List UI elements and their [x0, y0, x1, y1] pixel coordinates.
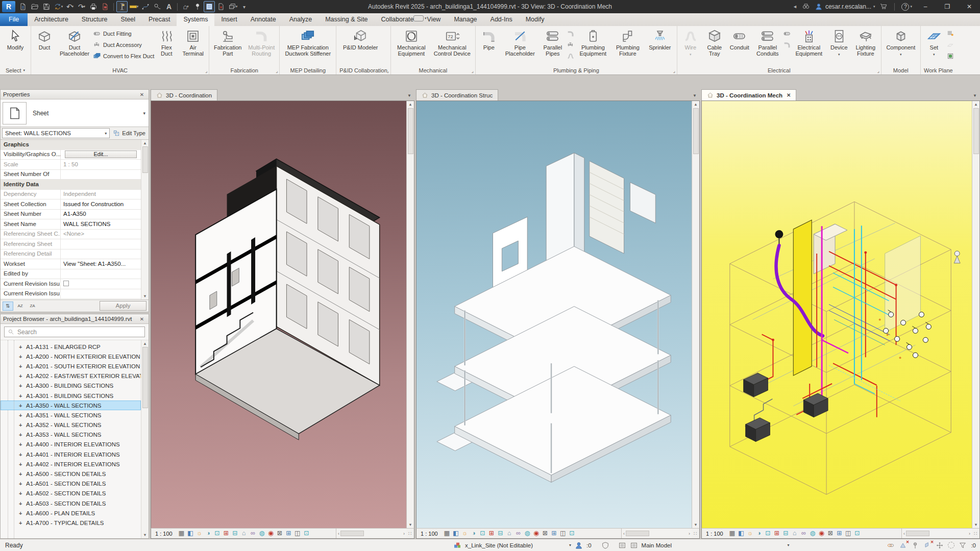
scroll-thumb[interactable] [408, 108, 413, 154]
ribbon-tab[interactable]: Analyze [283, 13, 318, 26]
expand-icon[interactable]: + [19, 500, 26, 507]
vertical-scrollbar[interactable]: ▲▼ [406, 101, 414, 528]
active-design-option-icon[interactable] [618, 541, 626, 549]
edit-type-button[interactable]: Edit Type [111, 128, 147, 138]
expand-icon[interactable]: + [19, 510, 26, 516]
worksharing-display-icon[interactable]: ◉ [266, 529, 276, 538]
sort-descending-button[interactable]: ZA [27, 302, 38, 311]
expand-icon[interactable]: + [19, 481, 26, 487]
tree-item[interactable]: + A1-A200 - NORTH EXTERIOR ELEVATION [1, 352, 141, 361]
view-canvas-coordination-mech[interactable]: ▲▼ [701, 101, 980, 528]
scale-button[interactable]: 1 : 100 [702, 531, 728, 537]
hide-crop-region-icon[interactable]: ⊟ [781, 529, 791, 538]
minimize-button[interactable]: – [917, 1, 934, 13]
close-hidden-windows-button[interactable] [215, 1, 227, 12]
panel-work-plane-footer[interactable]: Work Plane [921, 66, 956, 74]
property-row[interactable]: Referencing Sheet▴ [1, 239, 141, 249]
property-row[interactable]: Sheet Name▴ WALL SECTIONSWALL SECTIONS [1, 219, 141, 230]
hide-crop-region-icon[interactable]: ⊟ [496, 529, 505, 538]
shadows-icon[interactable]: ◑ [469, 529, 478, 538]
panel-mep-detailing-footer[interactable]: MEP Detailing [280, 66, 336, 74]
analytical-model-icon[interactable]: ◫ [293, 529, 302, 538]
panel-plumbing-footer[interactable]: Plumbing & Piping⌟ [476, 66, 677, 74]
design-options-icon[interactable] [601, 541, 609, 549]
visual-style-icon[interactable]: ◧ [737, 529, 746, 538]
edit-button[interactable]: Edit... [65, 151, 137, 158]
modify-button[interactable]: Modify [2, 27, 29, 52]
crop-view-icon[interactable]: ⊡ [478, 529, 487, 538]
air-terminal-button[interactable]: Air Terminal [179, 27, 207, 57]
vertical-scrollbar[interactable]: ▲▼ [692, 101, 699, 528]
show-crop-region-icon[interactable]: ⊞ [772, 529, 781, 538]
show-crop-region-icon[interactable]: ⊞ [222, 529, 231, 538]
expand-icon[interactable]: + [19, 471, 26, 477]
collapse-icon[interactable]: ▴ [4, 147, 138, 149]
pipe-placeholder-button[interactable]: Pipe Placeholder [501, 27, 539, 57]
sort-default-button[interactable]: ⇅ [3, 302, 13, 311]
expand-icon[interactable]: + [19, 412, 26, 418]
tree-item[interactable]: + A1-A350 - WALL SECTIONS [1, 400, 141, 410]
expand-icon[interactable]: + [19, 363, 26, 369]
view-tab-coordination-mech[interactable]: 3D - Coordination Mech✕ [701, 89, 796, 101]
tree-item[interactable]: + A1-A131 - ENLARGED RCP [1, 342, 141, 352]
property-row[interactable]: Edited by▴ [1, 269, 141, 280]
close-view-icon[interactable]: ✕ [787, 92, 791, 98]
property-row[interactable]: Visibility/Graphics O...▴ Edit...Edit... [1, 150, 141, 160]
temporary-hide-isolate-icon[interactable]: ⌂ [790, 529, 799, 538]
conduit-elbow-button[interactable] [783, 40, 791, 50]
property-row[interactable]: Current Revision Issu...▴ [1, 279, 141, 289]
switch-windows-button[interactable]: ▾ [227, 1, 238, 12]
tree-item[interactable]: + A1-A353 - WALL SECTIONS [1, 430, 141, 440]
collapse-icon[interactable]: ▴ [4, 187, 138, 189]
expand-icon[interactable]: + [19, 452, 26, 458]
worksharing-display-icon[interactable]: ◉ [817, 529, 826, 538]
device-button[interactable]: Device▾ [827, 27, 851, 58]
view-tab-coordination-struc[interactable]: 3D - Coordination Struc [416, 89, 498, 101]
set-work-plane-button[interactable]: Set▾ [922, 27, 946, 58]
property-row[interactable]: Workset▴ View "Sheet: A1-A350...View "Sh… [1, 259, 141, 269]
property-row[interactable]: Referencing Sheet C...▴ <None><None> [1, 230, 141, 240]
ribbon-tab[interactable]: File [0, 13, 28, 26]
visual-style-icon[interactable]: ◧ [451, 529, 460, 538]
panel-hvac-footer[interactable]: HVAC⌟ [31, 66, 209, 74]
resize-grip[interactable]: ∷ [406, 531, 413, 536]
property-row[interactable]: Dependency▴ IndependentIndependent [1, 190, 141, 200]
ribbon-tab[interactable]: Annotate [244, 13, 283, 26]
fabrication-part-button[interactable]: Fabrication Part [211, 27, 244, 57]
tree-item[interactable]: + A1-A201 - SOUTH EXTERIOR ELEVATION [1, 361, 141, 371]
text-button[interactable]: A [163, 1, 175, 12]
ribbon-tab[interactable]: Modify [519, 13, 551, 26]
tab-list-chevron-icon[interactable]: ▼ [970, 93, 980, 101]
active-workset-dropdown[interactable]: x_Link_Site (Not Editable)▾ [465, 540, 571, 550]
reveal-hidden-elements-icon[interactable]: ∞ [249, 529, 258, 538]
close-icon[interactable]: ✕ [138, 92, 146, 97]
parallel-pipes-button[interactable]: Parallel Pipes [540, 27, 566, 57]
save-button[interactable] [41, 1, 52, 12]
sprinkler-button[interactable]: Sprinkler [645, 27, 675, 52]
visual-style-icon[interactable]: ◧ [186, 529, 195, 538]
component-button[interactable]: Component▾ [883, 27, 919, 58]
tree-item[interactable]: + A1-A401 - INTERIOR ELEVATIONS [1, 449, 141, 459]
dialog-launcher-icon[interactable]: ⌟ [877, 68, 879, 73]
detail-level-icon[interactable]: ▦ [728, 529, 737, 538]
ribbon-tab[interactable]: Manage [447, 13, 483, 26]
temporary-view-properties-icon[interactable]: ◍ [257, 529, 266, 538]
expand-icon[interactable]: + [19, 354, 26, 360]
highlight-displacement-icon[interactable]: ⊡ [302, 529, 311, 538]
scroll-thumb[interactable] [973, 108, 979, 154]
mep-fabrication-ductwork-stiffener-button[interactable]: MEP Fabrication Ductwork Stiffener [281, 27, 334, 57]
pin-button[interactable] [192, 1, 203, 12]
help-menu[interactable]: ?▾ [901, 3, 912, 11]
reveal-hidden-elements-icon[interactable]: ∞ [514, 529, 523, 538]
tag-by-category-button[interactable] [152, 1, 163, 12]
reveal-constraints-icon[interactable]: ⊞ [550, 529, 559, 538]
tab-list-chevron-icon[interactable]: ▼ [690, 93, 700, 101]
highlight-displacement-icon[interactable]: ⊡ [853, 529, 862, 538]
property-row[interactable]: Current Revision Issu▴ [1, 289, 141, 299]
expand-icon[interactable]: + [19, 344, 26, 350]
expand-icon[interactable]: + [19, 461, 26, 467]
view-canvas-coordination[interactable]: ▲▼ [151, 101, 414, 528]
drag-on-selection-toggle[interactable] [936, 541, 944, 549]
dialog-launcher-icon[interactable]: ⌟ [673, 68, 675, 73]
property-row[interactable]: Sheet Number Of▴ [1, 170, 141, 180]
